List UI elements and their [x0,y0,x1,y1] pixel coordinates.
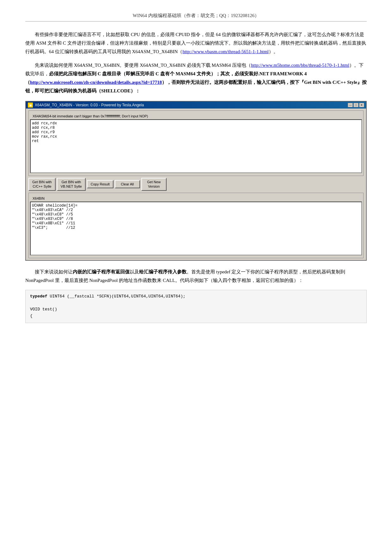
app-titlebar-title-group: ▣ X64ASM_TO_X64BIN - Version: 0.03 - Pow… [28,103,144,108]
copy-result-button[interactable]: Copy Result [87,180,113,188]
asm-code-textarea[interactable]: add rcx,rdx add rcx,r8 add rcx,r9 mov ra… [30,119,362,173]
page-header: WIN64 内核编程基础班（作者：胡文亮；QQ：1923208126） [25,13,367,22]
get-bin-vbnet-button[interactable]: Get BIN withVB.NET Sytle [57,178,86,191]
app-icon: ▣ [28,103,33,108]
asm-group-content: add rcx,rdx add rcx,r8 add rcx,r9 mov ra… [29,119,363,176]
x64bin-group-content: UCHAR shellcode[14]= "\x48\x03\xCA" //2 … [29,201,363,258]
app-window: ▣ X64ASM_TO_X64BIN - Version: 0.03 - Pow… [25,101,367,261]
x64bin-group-label: X64BIN [31,196,46,200]
code-block: typedef UINT64 (__fastcall *SCFN)(UINT64… [25,290,367,323]
maximize-button[interactable]: □ [353,103,358,107]
x64bin-group: X64BIN UCHAR shellcode[14]= "\x48\x03\xC… [28,193,364,258]
buttons-row: Get BIN withC/C++ Sytle Get BIN withVB.N… [28,178,364,191]
bold-text-1: 必须把此压缩包解压到 C 盘根目录（即解压完毕后 C 盘有个 MASM64 文件… [25,71,367,93]
app-title: X64ASM_TO_X64BIN - Version: 0.03 - Power… [35,103,144,107]
titlebar-buttons-group: — □ ✕ [348,103,364,107]
header-title: WIN64 内核编程基础班（作者：胡文亮；QQ：1923208126） [133,13,259,18]
paragraph-2: 先来说说如何使用 X64ASM_TO_X64BIN。要使用 X64ASM_TO_… [25,61,367,95]
bold-embedded-asm: 内嵌的汇编子程序有返回值 [73,269,130,274]
minimize-button[interactable]: — [348,103,353,107]
close-button[interactable]: ✕ [359,103,364,107]
bold-pass-params: 给汇编子程序传入参数 [139,269,187,274]
get-new-version-button[interactable]: Get NewVersion [141,178,167,191]
paragraph-3: 接下来说说如何让内嵌的汇编子程序有返回值以及给汇编子程序传入参数。首先是使用 t… [25,268,367,285]
x64bin-code-textarea[interactable]: UCHAR shellcode[14]= "\x48\x03\xCA" //2 … [30,202,362,255]
code-line-1: typedef UINT64 (__fastcall *SCFN)(UINT64… [30,293,362,300]
code-line-3: VOID test() [30,306,362,313]
code-line-2 [30,300,362,306]
app-icon-symbol: ▣ [29,103,32,107]
code-keyword-typedef: typedef [30,294,47,299]
asm-group: X64ASM(64-bit immediate can't bigger tha… [28,110,364,176]
app-body: X64ASM(64-bit immediate can't bigger tha… [26,109,366,260]
link-dotnet[interactable]: http://www.microsoft.com/zh-cn/download/… [30,80,162,85]
asm-group-label: X64ASM(64-bit immediate can't bigger tha… [31,114,149,118]
app-titlebar: ▣ X64ASM_TO_X64BIN - Version: 0.03 - Pow… [26,102,366,109]
get-bin-cpp-button[interactable]: Get BIN withC/C++ Sytle [28,178,56,191]
page-container: WIN64 内核编程基础班（作者：胡文亮；QQ：1923208126） 有些操作… [0,0,392,340]
link-x64asm[interactable]: http://www.vbasm.com/thread-5651-1-1.htm… [182,49,269,54]
link-masm64[interactable]: http://www.m5home.com/bbs/thread-5170-1-… [251,63,349,68]
para1-text: 有些操作非要使用汇编语言不可，比如想获取 CPU 的信息，必须用 CPUID 指… [25,32,366,54]
paragraph-1: 有些操作非要使用汇编语言不可，比如想获取 CPU 的信息，必须用 CPUID 指… [25,30,367,56]
code-line-4: { [30,313,362,320]
clear-all-button[interactable]: Clear All [115,180,140,188]
